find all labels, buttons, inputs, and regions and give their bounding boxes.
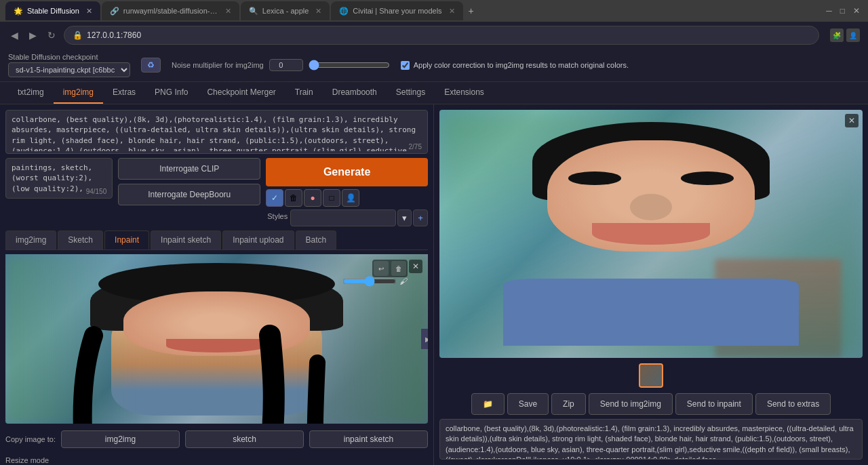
output-image-container: ✕ [439, 110, 863, 358]
tab-runway[interactable]: 🔗 runwayml/stable-diffusion-ina... ✕ [102, 1, 239, 20]
tab-icon-civitai: 🌐 [339, 7, 349, 16]
forward-button[interactable]: ▶ [26, 28, 39, 42]
interrogate-clip-button[interactable]: Interrogate CLIP [118, 158, 260, 180]
tab-label-civitai: Civitai | Share your models [353, 7, 441, 15]
browser-maximize-icon[interactable]: □ [837, 3, 848, 18]
sub-tab-img2img[interactable]: img2img [5, 230, 56, 249]
tab-icon-runway: 🔗 [110, 7, 119, 16]
noise-input[interactable] [269, 59, 303, 71]
top-config-bar: Stable Diffusion checkpoint sd-v1-5-inpa… [0, 49, 868, 82]
clear-brush-button[interactable]: 🗑 [391, 261, 406, 276]
main-content: collarbone, (best quality),(8k, 3d),(pho… [0, 104, 868, 465]
noise-slider[interactable] [309, 60, 390, 70]
tab-label-sd: Stable Diffusion [27, 7, 79, 15]
refresh-checkpoint-button[interactable]: ♻ [141, 58, 161, 73]
styles-input[interactable] [290, 209, 396, 226]
nav-tab-train[interactable]: Train [285, 82, 323, 104]
extensions-icon[interactable]: 🧩 [830, 28, 844, 42]
positive-prompt-area: collarbone, (best quality),(8k, 3d),(pho… [5, 110, 428, 154]
nav-tab-extras[interactable]: Extras [103, 82, 145, 104]
sub-tab-inpaint-sketch[interactable]: Inpaint sketch [151, 230, 221, 249]
url-text: 127.0.0.1:7860 [87, 31, 141, 40]
color-correction-label: Apply color correction to img2img result… [414, 61, 629, 69]
tab-icon-lexica: 🔍 [249, 7, 258, 16]
nav-tab-txt2img[interactable]: txt2img [8, 82, 54, 104]
right-panel: ✕ 📁 Save Zip [434, 104, 868, 465]
app: Stable Diffusion checkpoint sd-v1-5-inpa… [0, 49, 868, 465]
panel-toggle-handle[interactable]: ▶ [421, 329, 428, 349]
interrogate-deepbooru-button[interactable]: Interrogate DeepBooru [118, 184, 260, 205]
tab-civitai[interactable]: 🌐 Civitai | Share your models ✕ [331, 1, 462, 20]
main-nav-tabs: txt2img img2img Extras PNG Info Checkpoi… [0, 82, 868, 104]
style-btn-2[interactable]: 🗑 [285, 189, 302, 207]
nav-tab-pnginfo[interactable]: PNG Info [145, 82, 197, 104]
close-canvas-button[interactable]: ✕ [409, 260, 422, 273]
output-thumbnail[interactable] [639, 363, 663, 388]
tab-lexica[interactable]: 🔍 Lexica - apple ✕ [241, 1, 330, 20]
tab-icon-sd: 🌟 [14, 7, 23, 16]
nav-tab-dreambooth[interactable]: Dreambooth [323, 82, 387, 104]
close-output-button[interactable]: ✕ [845, 114, 859, 127]
resize-mode-row: Resize mode [5, 455, 428, 465]
thumbnail-row [439, 362, 863, 389]
browser-close-icon[interactable]: ✕ [850, 3, 863, 18]
new-tab-button[interactable]: + [465, 4, 478, 18]
positive-prompt-input[interactable]: collarbone, (best quality),(8k, 3d),(pho… [6, 110, 427, 151]
color-correction-section: Apply color correction to img2img result… [401, 61, 629, 70]
brush-size-slider[interactable] [342, 276, 397, 287]
styles-add-button[interactable]: + [413, 209, 428, 226]
styles-dropdown-button[interactable]: ▾ [397, 209, 412, 226]
zip-button[interactable]: Zip [551, 393, 586, 415]
folder-button[interactable]: 📁 [471, 393, 505, 415]
sub-tab-batch[interactable]: Batch [296, 230, 337, 249]
tab-close-lexica[interactable]: ✕ [315, 7, 321, 16]
sub-tab-inpaint-upload[interactable]: Inpaint upload [222, 230, 294, 249]
tab-close-runway[interactable]: ✕ [225, 7, 231, 16]
send-extras-label: Send to extras [767, 399, 819, 409]
checkpoint-select[interactable]: sd-v1-5-inpainting.ckpt [c6bbc15e32] [8, 62, 130, 77]
profile-icon[interactable]: 👤 [846, 28, 860, 42]
nav-tab-settings[interactable]: Settings [387, 82, 435, 104]
tab-close-civitai[interactable]: ✕ [449, 7, 455, 16]
sub-tab-sketch[interactable]: Sketch [58, 230, 103, 249]
resize-mode-label: Resize mode [5, 456, 49, 464]
back-button[interactable]: ◀ [8, 28, 21, 42]
generate-button[interactable]: Generate [266, 158, 428, 186]
copy-to-inpaint-sketch-button[interactable]: inpaint sketch [309, 430, 428, 448]
browser-minimize-icon[interactable]: ─ [823, 3, 835, 18]
positive-prompt-count: 2/75 [409, 143, 422, 150]
tab-close-sd[interactable]: ✕ [86, 7, 92, 16]
lock-icon: 🔒 [73, 31, 83, 40]
style-btn-4[interactable]: □ [323, 189, 340, 207]
nav-tab-extensions[interactable]: Extensions [435, 82, 494, 104]
send-to-inpaint-button[interactable]: Send to inpaint [675, 393, 753, 415]
save-button[interactable]: Save [507, 393, 549, 415]
style-btn-5[interactable]: 👤 [342, 189, 359, 207]
styles-label: Styles [266, 209, 289, 226]
sub-tab-inpaint[interactable]: Inpaint [104, 230, 149, 249]
send-to-extras-button[interactable]: Send to extras [755, 393, 831, 415]
send-img2img-label: Send to img2img [600, 399, 661, 409]
style-btn-1[interactable]: ✓ [266, 189, 283, 207]
copy-to-sketch-button[interactable]: sketch [185, 430, 304, 448]
copy-to-img2img-button[interactable]: img2img [61, 430, 180, 448]
nav-tab-checkpoint[interactable]: Checkpoint Merger [197, 82, 285, 104]
style-btn-3[interactable]: ● [304, 189, 321, 207]
negative-prompt-area: paintings, sketch, (worst quality:2), (l… [5, 158, 113, 199]
tab-label-lexica: Lexica - apple [262, 7, 309, 15]
color-correction-checkbox[interactable] [401, 61, 410, 70]
negative-prompt-count: 94/150 [86, 188, 107, 195]
send-to-img2img-button[interactable]: Send to img2img [589, 393, 673, 415]
browser-chrome: 🌟 Stable Diffusion ✕ 🔗 runwayml/stable-d… [0, 0, 868, 49]
brush-controls: ↩ 🗑 [372, 260, 408, 277]
undo-brush-button[interactable]: ↩ [374, 261, 389, 276]
reload-button[interactable]: ↻ [45, 28, 58, 42]
url-bar[interactable]: 🔒 127.0.0.1:7860 [64, 26, 819, 45]
brush-opacity-icon: 🖌 [399, 277, 408, 286]
tab-label-runway: runwayml/stable-diffusion-ina... [123, 7, 218, 15]
tab-stable-diffusion[interactable]: 🌟 Stable Diffusion ✕ [5, 1, 100, 20]
inpaint-image-panel[interactable]: ↩ 🗑 🖌 ✕ ▶ [5, 254, 428, 424]
save-label: Save [519, 399, 537, 409]
nav-tab-img2img[interactable]: img2img [54, 82, 103, 104]
send-inpaint-label: Send to inpaint [687, 399, 741, 409]
